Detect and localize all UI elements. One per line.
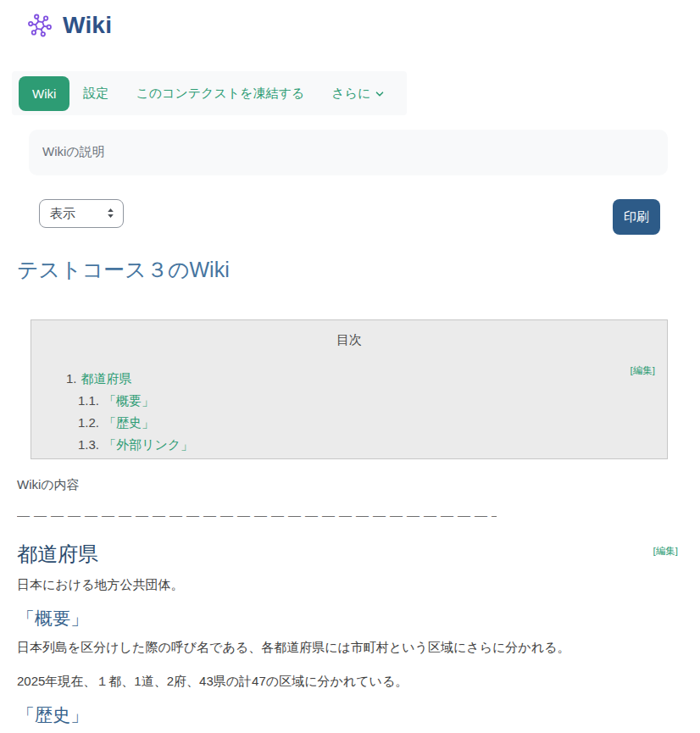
section-edit-link[interactable]: [編集] — [653, 545, 678, 558]
toc-item-number: 1. — [66, 371, 77, 386]
toc-list: 1.都道府県 1.1.「概要」 1.2.「歴史」 1.3.「外部リンク」 — [43, 368, 655, 456]
print-button[interactable]: 印刷 — [613, 199, 660, 235]
toc-item: 1.3.「外部リンク」 — [43, 434, 655, 456]
section-heading-row: 都道府県 [編集] — [17, 541, 678, 567]
toc-link-gaibu-link[interactable]: 「外部リンク」 — [103, 437, 193, 452]
wiki-page-title: テストコース３のWiki — [17, 256, 700, 284]
toc-link-todofuken[interactable]: 都道府県 — [81, 371, 132, 386]
tab-settings[interactable]: 設定 — [69, 75, 122, 112]
wiki-content: 都道府県 [編集] 日本における地方公共団体。 「概要」 日本列島を区分けした際… — [0, 541, 700, 726]
subheading-rekishi: 「歴史」 — [17, 704, 700, 726]
toc-link-rekishi[interactable]: 「歴史」 — [103, 415, 154, 430]
select-caret-icon — [107, 207, 114, 221]
toc-item-number: 1.1. — [78, 393, 99, 408]
toc-title: 目次 — [43, 331, 655, 348]
paragraph: 2025年現在、１都、1道、2府、43県の計47の区域に分かれている。 — [17, 673, 678, 690]
toc-edit-link[interactable]: [編集] — [631, 364, 655, 377]
section-heading-todofuken: 都道府県 — [17, 541, 98, 567]
wiki-description-box: Wikiの説明 — [29, 130, 668, 175]
toc-item: 1.都道府県 — [43, 368, 655, 390]
tab-freeze-context[interactable]: このコンテクストを凍結する — [122, 75, 318, 112]
toc-item-number: 1.3. — [78, 437, 99, 452]
app-header: Wiki — [0, 0, 700, 42]
paragraph: 日本列島を区分けした際の呼び名である、各都道府県には市町村という区域にさらに分か… — [17, 639, 678, 656]
app-title: Wiki — [63, 12, 112, 39]
chevron-down-icon — [375, 89, 385, 99]
toc-item: 1.2.「歴史」 — [43, 412, 655, 434]
toc-item-number: 1.2. — [78, 415, 99, 430]
wiki-description-text: Wikiの説明 — [42, 144, 105, 158]
toc-link-gaiyou[interactable]: 「概要」 — [103, 393, 154, 408]
tab-more[interactable]: さらに — [318, 75, 398, 112]
molecule-network-icon — [25, 11, 54, 40]
tab-wiki[interactable]: Wiki — [19, 76, 69, 111]
toc-item: 1.1.「概要」 — [43, 390, 655, 412]
subheading-gaiyou: 「概要」 — [17, 608, 700, 630]
paragraph: 日本における地方公共団体。 — [17, 576, 678, 593]
toolbar: 表示 印刷 — [0, 199, 700, 235]
dashed-divider: —————————————————————————————— — [17, 507, 497, 524]
table-of-contents: 目次 [編集] 1.都道府県 1.1.「概要」 1.2.「歴史」 1.3.「外部… — [31, 319, 668, 459]
wiki-content-label: Wikiの内容 — [17, 476, 700, 493]
view-mode-select[interactable]: 表示 — [39, 199, 124, 228]
tab-bar: Wiki 設定 このコンテクストを凍結する さらに — [12, 71, 407, 115]
view-mode-select-value: 表示 — [50, 206, 75, 222]
wiki-page: Wiki Wiki 設定 このコンテクストを凍結する さらに Wikiの説明 表… — [0, 0, 700, 733]
tab-more-label: さらに — [331, 86, 370, 102]
